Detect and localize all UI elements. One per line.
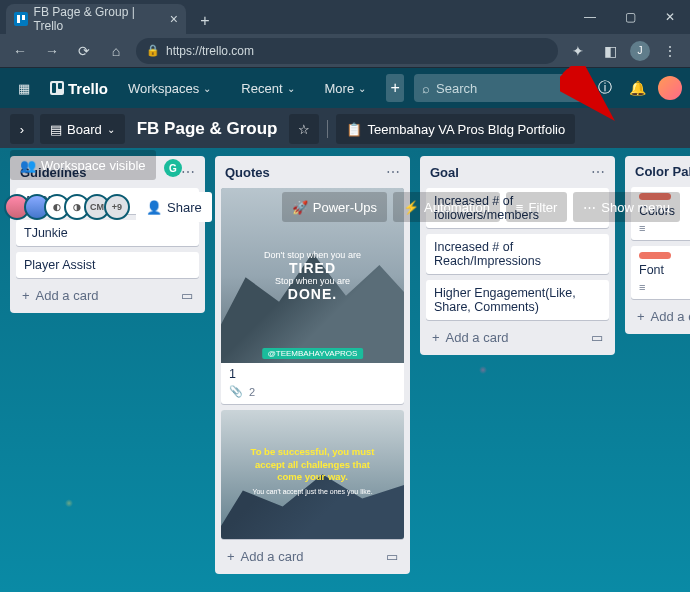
svg-rect-0 bbox=[17, 15, 20, 23]
card[interactable]: To be successful, you must accept all ch… bbox=[221, 410, 404, 539]
card[interactable]: Font ≡ bbox=[631, 246, 690, 299]
minimize-button[interactable]: — bbox=[570, 0, 610, 34]
automation-button[interactable]: ⚡ Automation bbox=[393, 192, 500, 222]
profile-avatar[interactable]: J bbox=[630, 41, 650, 61]
url-input[interactable]: 🔒 https://trello.com bbox=[136, 38, 558, 64]
browser-titlebar: FB Page & Group | Trello × + — ▢ ✕ bbox=[0, 0, 690, 34]
attachment-icon: 📎 bbox=[229, 385, 243, 398]
sidebar-toggle[interactable]: › bbox=[10, 114, 34, 144]
svg-rect-3 bbox=[52, 83, 56, 93]
info-icon[interactable]: ⓘ bbox=[594, 77, 616, 99]
create-button[interactable]: + bbox=[386, 74, 404, 102]
star-button[interactable]: ☆ bbox=[289, 114, 319, 144]
notifications-icon[interactable]: 🔔 bbox=[626, 77, 648, 99]
svg-rect-4 bbox=[58, 83, 62, 89]
trello-favicon bbox=[14, 12, 28, 26]
add-card-button[interactable]: + Add a card ▭ bbox=[426, 326, 609, 349]
user-avatar[interactable] bbox=[658, 76, 682, 100]
power-ups-button[interactable]: 🚀 Power-Ups bbox=[282, 192, 387, 222]
template-icon[interactable]: ▭ bbox=[591, 330, 603, 345]
close-tab-icon[interactable]: × bbox=[170, 11, 178, 27]
card[interactable]: Increased # of Reach/Impressions bbox=[426, 234, 609, 274]
card-label bbox=[639, 252, 671, 259]
template-icon[interactable]: ▭ bbox=[386, 549, 398, 564]
board-view-button[interactable]: ▤ Board ⌄ bbox=[40, 114, 125, 144]
card[interactable]: Higher Engagement(Like, Share, Comments) bbox=[426, 280, 609, 320]
close-window-button[interactable]: ✕ bbox=[650, 0, 690, 34]
card[interactable]: Player Assist bbox=[16, 252, 199, 278]
more-dropdown[interactable]: More⌄ bbox=[315, 74, 377, 102]
browser-address-bar: ← → ⟳ ⌂ 🔒 https://trello.com ✦ ◧ J ⋮ bbox=[0, 34, 690, 68]
board-title[interactable]: FB Page & Group bbox=[131, 119, 284, 139]
add-card-button[interactable]: + Add a card bbox=[631, 305, 690, 328]
browser-tab[interactable]: FB Page & Group | Trello × bbox=[6, 4, 186, 34]
overflow-menu-icon[interactable]: ⋮ bbox=[658, 39, 682, 63]
add-card-button[interactable]: + Add a card ▭ bbox=[221, 545, 404, 568]
filter-button[interactable]: ≡ Filter bbox=[506, 192, 567, 222]
extensions-icon[interactable]: ✦ bbox=[566, 39, 590, 63]
recent-dropdown[interactable]: Recent⌄ bbox=[231, 74, 304, 102]
apps-grid-icon[interactable]: ▦ bbox=[8, 74, 40, 102]
url-text: https://trello.com bbox=[166, 44, 254, 58]
forward-button[interactable]: → bbox=[40, 39, 64, 63]
trello-logo[interactable]: Trello bbox=[50, 80, 108, 97]
window-controls: — ▢ ✕ bbox=[570, 0, 690, 34]
workspaces-dropdown[interactable]: Workspaces⌄ bbox=[118, 74, 221, 102]
template-icon[interactable]: ▭ bbox=[181, 288, 193, 303]
maximize-button[interactable]: ▢ bbox=[610, 0, 650, 34]
show-menu-button[interactable]: ⋯ Show menu bbox=[573, 192, 680, 222]
svg-rect-1 bbox=[22, 15, 25, 20]
search-icon: ⌕ bbox=[422, 81, 430, 96]
visibility-button[interactable]: 👥 Workspace visible bbox=[10, 150, 156, 180]
panel-icon[interactable]: ◧ bbox=[598, 39, 622, 63]
tab-title: FB Page & Group | Trello bbox=[34, 5, 164, 33]
home-button[interactable]: ⌂ bbox=[104, 39, 128, 63]
linked-board-button[interactable]: 📋 Teembahay VA Pros Bldg Portfolio bbox=[336, 114, 575, 144]
new-tab-button[interactable]: + bbox=[192, 8, 218, 34]
search-input[interactable]: ⌕ Search bbox=[414, 74, 584, 102]
lock-icon: 🔒 bbox=[146, 44, 160, 57]
card-cover-image: To be successful, you must accept all ch… bbox=[221, 410, 404, 539]
board-header: › ▤ Board ⌄ FB Page & Group ☆ 📋 Teembaha… bbox=[0, 108, 690, 228]
add-card-button[interactable]: + Add a card ▭ bbox=[16, 284, 199, 307]
trello-top-nav: ▦ Trello Workspaces⌄ Recent⌄ More⌄ + ⌕ S… bbox=[0, 68, 690, 108]
board-members[interactable]: ◐ ◑ CM +9 bbox=[10, 194, 130, 220]
reload-button[interactable]: ⟳ bbox=[72, 39, 96, 63]
share-button[interactable]: 👤 Share bbox=[136, 192, 212, 222]
back-button[interactable]: ← bbox=[8, 39, 32, 63]
